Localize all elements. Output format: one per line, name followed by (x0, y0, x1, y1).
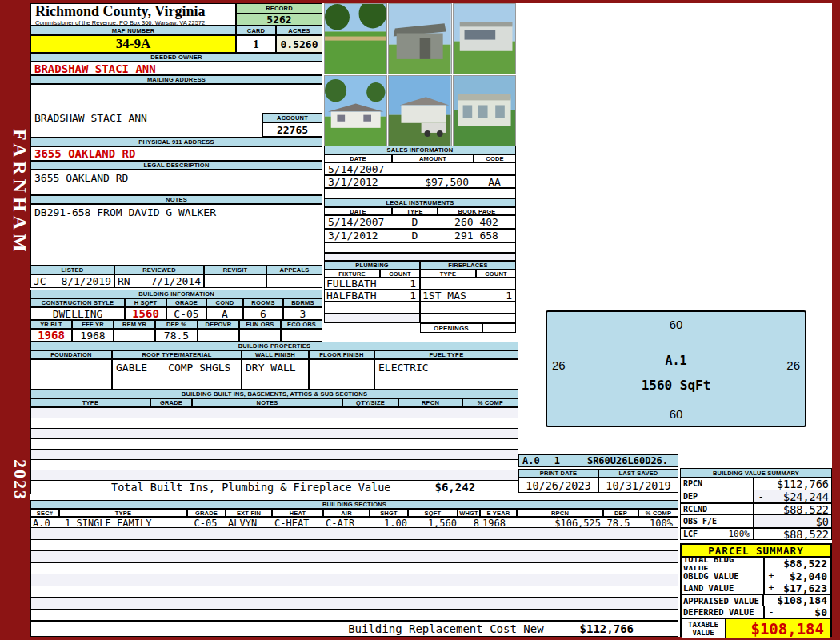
sales-row-1: 5/14/2007 (324, 162, 516, 175)
property-photo-2[interactable] (388, 3, 451, 74)
empty-row (31, 563, 678, 574)
sales-row-2: 3/1/2012 $97,500 AA (324, 175, 516, 188)
construction-style-value: DWELLING (30, 307, 125, 320)
reviewed-by: RN (118, 275, 130, 287)
empty-row (31, 470, 518, 480)
fixture-label: FIXTURE (324, 270, 380, 278)
fireplace-count-label: COUNT (476, 270, 516, 278)
property-record-card: FARNHAM 2023 Richmond County, Virginia C… (0, 0, 840, 640)
empty-row (31, 540, 678, 551)
taxable-value-label: TAXABLE VALUE (682, 619, 726, 638)
building-properties-title: BUILDING PROPERTIES (30, 342, 518, 350)
property-photo-4[interactable] (324, 75, 387, 146)
instruments-empty-row (324, 253, 516, 261)
property-photo-3[interactable] (453, 3, 516, 74)
vs-row-dep: DEP - $24,244 (681, 490, 831, 502)
rooms-label: ROOMS (243, 298, 283, 307)
print-date-label: PRINT DATE (518, 469, 598, 478)
sales-code-label: CODE (474, 154, 516, 162)
map-number-value: 34-9A (30, 35, 236, 53)
built-ins-total-value: $6,242 (435, 481, 476, 494)
deeded-owner-label: DEEDED OWNER (30, 53, 322, 62)
dates-values: 10/26/2023 10/31/2019 (518, 478, 678, 493)
wall-finish-label: WALL FINISH (242, 350, 309, 359)
replacement-cost-value: $112,766 (580, 622, 634, 635)
openings-label: OPENINGS (420, 323, 482, 333)
acres-label: ACRES (276, 26, 322, 35)
reviewed-date: 7/1/2014 (150, 275, 201, 287)
physical-address-label: PHYSICAL 911 ADDRESS (30, 138, 322, 146)
ecoobs-label: ECO OBS (281, 320, 322, 329)
sketch-sqft-label: 1560 SqFt (547, 378, 805, 393)
floor-finish-label: FLOOR FINISH (309, 350, 374, 359)
fuel-type-label: FUEL TYPE (374, 350, 518, 359)
depovr-value (198, 329, 239, 342)
wall-finish-value: DRY WALL (242, 359, 309, 390)
building-info-header1: CONSTRUCTION STYLE H SQFT GRADE COND ROO… (30, 298, 322, 307)
property-photo-5[interactable] (388, 75, 451, 146)
plumb-fire-row-1: FULLBATH 1 (324, 278, 516, 290)
bi-notes-label: NOTES (192, 398, 342, 407)
bdrms-label: BDRMS (283, 298, 322, 307)
map-value-row: 34-9A 1 0.5260 (30, 35, 322, 53)
bi-comp-label: % COMP (462, 398, 518, 407)
county-header: Richmond County, Virginia Commissioner o… (30, 3, 236, 26)
building-properties-headers: FOUNDATION ROOF TYPE/MATERIAL WALL FINIS… (30, 350, 518, 359)
legal-description-value: 3655 OAKLAND RD (30, 170, 322, 195)
building-sections-empty-rows (30, 528, 678, 621)
vs-row-rclnd: RCLND $88,522 (681, 502, 831, 514)
empty-row (31, 551, 678, 563)
effyr-label: EFF YR (72, 320, 114, 329)
cond-value: A (206, 307, 243, 320)
last-saved-value: 10/31/2019 (598, 478, 678, 493)
ps-row-bldg: TOTAL BLDG VALUE $88,522 (682, 558, 830, 570)
card-value: 1 (236, 35, 276, 53)
dates-headers: PRINT DATE LAST SAVED (518, 469, 678, 478)
sales-date-label: DATE (324, 154, 392, 162)
parcel-summary: PARCEL SUMMARY TOTAL BLDG VALUE $88,522 … (680, 543, 832, 637)
yrblt-label: YR BLT (30, 320, 72, 329)
listed-date: 8/1/2019 (61, 275, 111, 287)
openings-row: OPENINGS (420, 323, 516, 333)
instruments-row-1: 5/14/2007 D 260 402 (324, 215, 516, 229)
account-box: ACCOUNT 22765 (262, 113, 322, 137)
foundation-label: FOUNDATION (30, 350, 112, 359)
fireplaces-title: FIREPLACES (420, 261, 516, 270)
built-ins-title: BUILDING BUILT INS, BASEMENTS, ATTICS & … (30, 390, 518, 398)
building-sections-title: BUILDING SECTIONS (30, 500, 678, 509)
physical-address-value: 3655 OAKLAND RD (30, 146, 322, 161)
remyr-label: REM YR (114, 320, 155, 329)
card-label: CARD (236, 26, 276, 35)
plumb-fire-row-3 (324, 302, 516, 314)
sketch-section-label: A.1 (547, 354, 805, 368)
yrblt-value: 1968 (30, 329, 72, 342)
inst-date-label: DATE (324, 207, 392, 215)
record-label: RECORD (236, 3, 322, 14)
building-value-summary: BUILDING VALUE SUMMARY RPCN $112,766 DEP… (680, 468, 832, 540)
roof-label: ROOF TYPE/MATERIAL (112, 350, 242, 359)
sketch-code-string: SR60U26L60D26. (587, 455, 668, 466)
property-photo-6[interactable] (453, 75, 516, 146)
dep-pct-value: 78.5 (155, 329, 198, 342)
ecoobs-value (281, 329, 322, 342)
building-sections-headers: SEC# TYPE GRADE EXT FIN HEAT AIR SHGT SQ… (30, 509, 678, 517)
revisit-label: REVISIT (204, 266, 266, 274)
empty-row (31, 460, 518, 470)
listed-by: JC (34, 275, 46, 287)
county-title: Richmond County, Virginia (35, 4, 235, 19)
ps-row-land: LAND VALUE + $17,623 (682, 582, 830, 594)
building-info-values2: 1968 1968 78.5 (30, 329, 322, 342)
mailing-address-label: MAILING ADDRESS (30, 75, 322, 84)
built-ins-headers: TYPE GRADE NOTES QTY/SIZE RPCN % COMP (30, 398, 518, 407)
sales-amount-label: AMOUNT (392, 154, 474, 162)
card-content: Richmond County, Virginia Commissioner o… (30, 3, 832, 637)
funobs-label: FUN OBS (239, 320, 281, 329)
property-photo-1[interactable] (324, 3, 387, 74)
effyr-value: 1968 (72, 329, 114, 342)
instruments-title: LEGAL INSTRUMENTS (324, 198, 516, 207)
instruments-headers: DATE TYPE BOOK PAGE (324, 207, 516, 215)
plumb-fire-headers: FIXTURE COUNT TYPE COUNT (324, 270, 516, 278)
legal-description-label: LEGAL DESCRIPTION (30, 161, 322, 170)
floor-finish-value: CARPET TILE (309, 359, 374, 390)
bi-qty-label: QTY/SIZE (342, 398, 398, 407)
